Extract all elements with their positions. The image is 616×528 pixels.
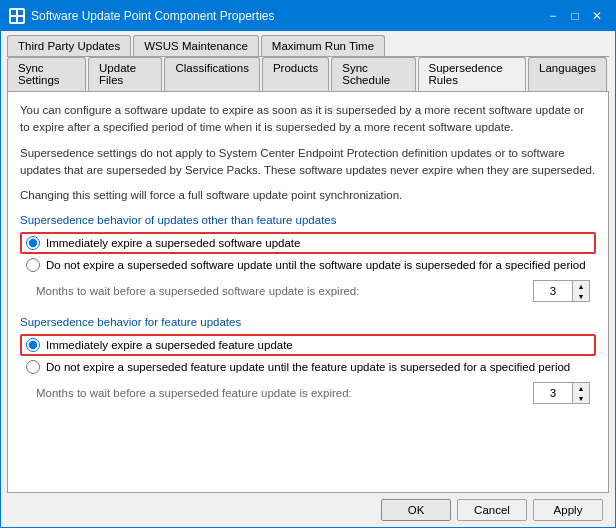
- title-bar-left: Software Update Point Component Properti…: [9, 8, 274, 24]
- tab-sync-schedule[interactable]: Sync Schedule: [331, 57, 415, 91]
- tab-third-party-updates[interactable]: Third Party Updates: [7, 35, 131, 56]
- svg-rect-2: [11, 17, 16, 22]
- svg-rect-1: [18, 10, 23, 15]
- tab-update-files[interactable]: Update Files: [88, 57, 162, 91]
- window-icon: [9, 8, 25, 24]
- tabs-row1: Third Party Updates WSUS Maintenance Max…: [7, 35, 609, 57]
- tab-maximum-run-time[interactable]: Maximum Run Time: [261, 35, 385, 56]
- svg-rect-0: [11, 10, 16, 15]
- section1-option2-label: Do not expire a superseded software upda…: [46, 259, 586, 271]
- section2-option1-label: Immediately expire a superseded feature …: [46, 339, 293, 351]
- section1-option1-radio[interactable]: [26, 236, 40, 250]
- apply-button[interactable]: Apply: [533, 499, 603, 521]
- maximize-button[interactable]: □: [565, 6, 585, 26]
- section1-option1-row: Immediately expire a superseded software…: [20, 232, 596, 254]
- tab-languages[interactable]: Languages: [528, 57, 607, 91]
- main-window: Software Update Point Component Properti…: [0, 0, 616, 528]
- section1-option2-row: Do not expire a superseded software upda…: [20, 254, 596, 276]
- tab-products[interactable]: Products: [262, 57, 329, 91]
- main-content-panel: You can configure a software update to e…: [7, 92, 609, 493]
- section1-spinner-row: Months to wait before a superseded softw…: [20, 276, 596, 306]
- description-para1: You can configure a software update to e…: [20, 102, 596, 137]
- section1-spinner-buttons: ▲ ▼: [573, 280, 590, 302]
- title-bar: Software Update Point Component Properti…: [1, 1, 615, 31]
- section2-spinner-buttons: ▲ ▼: [573, 382, 590, 404]
- section2-option1-radio[interactable]: [26, 338, 40, 352]
- section2-label: Supersedence behavior for feature update…: [20, 316, 596, 328]
- section2-option1-row: Immediately expire a superseded feature …: [20, 334, 596, 356]
- section1-spinner-label: Months to wait before a superseded softw…: [36, 285, 359, 297]
- tab-classifications[interactable]: Classifications: [164, 57, 260, 91]
- svg-rect-3: [18, 17, 23, 22]
- section2-spinner-control: ▲ ▼: [533, 382, 590, 404]
- description-para3: Changing this setting will force a full …: [20, 187, 596, 204]
- section1-spinner-input[interactable]: [533, 280, 573, 302]
- tab-sync-settings[interactable]: Sync Settings: [7, 57, 86, 91]
- content-area: Third Party Updates WSUS Maintenance Max…: [1, 31, 615, 527]
- section2-spinner-input[interactable]: [533, 382, 573, 404]
- section2-option2-radio[interactable]: [26, 360, 40, 374]
- section2-spinner-down[interactable]: ▼: [573, 393, 589, 403]
- description-para2: Supersedence settings do not apply to Sy…: [20, 145, 596, 180]
- section2-spinner-label: Months to wait before a superseded featu…: [36, 387, 352, 399]
- close-button[interactable]: ✕: [587, 6, 607, 26]
- tab-supersedence-rules[interactable]: Supersedence Rules: [418, 57, 527, 91]
- tab-wsus-maintenance[interactable]: WSUS Maintenance: [133, 35, 259, 56]
- section1-option1-label: Immediately expire a superseded software…: [46, 237, 300, 249]
- section1-option2-radio[interactable]: [26, 258, 40, 272]
- section1-spinner-control: ▲ ▼: [533, 280, 590, 302]
- window-title: Software Update Point Component Properti…: [31, 9, 274, 23]
- tabs-row2: Sync Settings Update Files Classificatio…: [7, 57, 609, 92]
- cancel-button[interactable]: Cancel: [457, 499, 527, 521]
- section2-spinner-row: Months to wait before a superseded featu…: [20, 378, 596, 408]
- section1-spinner-down[interactable]: ▼: [573, 291, 589, 301]
- section2-option2-label: Do not expire a superseded feature updat…: [46, 361, 570, 373]
- ok-button[interactable]: OK: [381, 499, 451, 521]
- section2-spinner-up[interactable]: ▲: [573, 383, 589, 393]
- title-controls: − □ ✕: [543, 6, 607, 26]
- section2-option2-row: Do not expire a superseded feature updat…: [20, 356, 596, 378]
- dialog-buttons: OK Cancel Apply: [7, 493, 609, 521]
- section1-spinner-up[interactable]: ▲: [573, 281, 589, 291]
- minimize-button[interactable]: −: [543, 6, 563, 26]
- section1-label: Supersedence behavior of updates other t…: [20, 214, 596, 226]
